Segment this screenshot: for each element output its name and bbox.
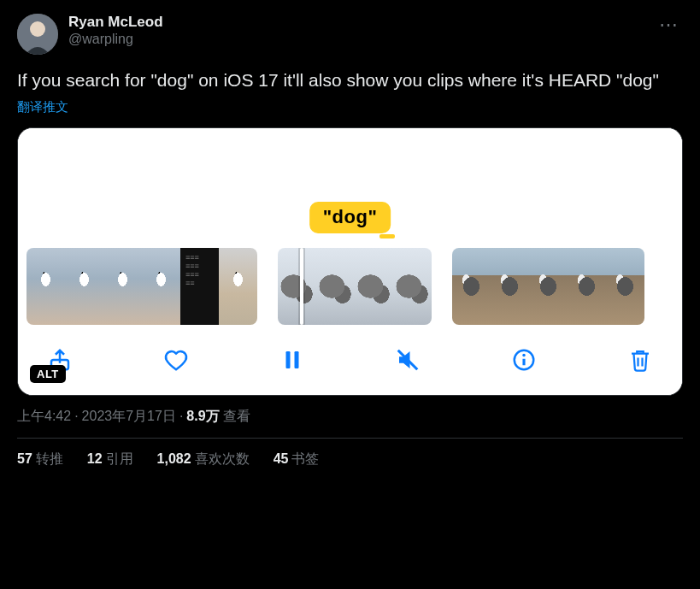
- clip-thumbnail: [26, 248, 65, 325]
- clip-thumbnail: [142, 248, 180, 325]
- clip-thumbnail: [65, 248, 103, 325]
- clip-thumbnail: [355, 248, 393, 325]
- playhead-tick: [379, 234, 395, 239]
- user-handle: @warpling: [68, 31, 645, 47]
- clip-thumbnail: [180, 248, 219, 325]
- clip-group-2[interactable]: [278, 248, 432, 325]
- clip-thumbnail: [103, 248, 142, 325]
- clip-thumbnail: [278, 248, 316, 325]
- tweet-date[interactable]: 2023年7月17日: [82, 409, 176, 423]
- tweet-time[interactable]: 上午4:42: [17, 409, 71, 423]
- svg-rect-4: [294, 351, 298, 368]
- mute-icon[interactable]: [391, 344, 424, 376]
- clip-group-3[interactable]: [452, 248, 644, 325]
- tweet-header: Ryan McLeod @warpling ⋯: [17, 14, 683, 55]
- display-name: Ryan McLeod: [68, 14, 645, 31]
- tweet-text: If you search for "dog" on iOS 17 it'll …: [17, 68, 683, 92]
- stat-likes[interactable]: 1,082喜欢次数: [157, 451, 250, 468]
- info-icon[interactable]: [508, 344, 540, 376]
- tweet-container: Ryan McLeod @warpling ⋯ If you search fo…: [0, 0, 700, 477]
- clip-thumbnail: [316, 248, 355, 325]
- clip-thumbnail: [452, 248, 491, 325]
- media-toolbar: [18, 335, 682, 395]
- clip-thumbnail: [529, 248, 568, 325]
- clip-group-1[interactable]: [26, 248, 257, 325]
- svg-point-8: [522, 354, 526, 357]
- view-count: 8.9万: [186, 409, 219, 423]
- alt-badge[interactable]: ALT: [30, 365, 66, 383]
- media-attachment[interactable]: "dog": [17, 127, 683, 396]
- trash-icon[interactable]: [624, 344, 656, 376]
- playhead-indicator[interactable]: [300, 248, 303, 325]
- author-block[interactable]: Ryan McLeod @warpling: [68, 14, 645, 48]
- clip-thumbnail: [491, 248, 529, 325]
- views-label: 查看: [223, 409, 250, 423]
- stat-retweets[interactable]: 57转推: [17, 451, 63, 468]
- clip-thumbnail: [219, 248, 257, 325]
- tweet-meta: 上午4:42·2023年7月17日·8.9万 查看: [17, 408, 683, 426]
- clip-thumbnail: [393, 248, 432, 325]
- clip-thumbnail: [568, 248, 606, 325]
- search-term-chip: "dog": [309, 202, 391, 233]
- stat-bookmarks[interactable]: 45书签: [274, 451, 320, 468]
- svg-point-1: [30, 21, 45, 37]
- avatar[interactable]: [17, 14, 58, 55]
- clip-thumbnail: [606, 248, 644, 325]
- tweet-stats: 57转推 12引用 1,082喜欢次数 45书签: [17, 439, 683, 468]
- more-options-button[interactable]: ⋯: [656, 14, 683, 36]
- translate-link[interactable]: 翻译推文: [17, 99, 68, 115]
- media-whitespace: [18, 128, 682, 209]
- svg-rect-3: [285, 351, 290, 368]
- pause-icon[interactable]: [276, 344, 309, 376]
- heart-icon[interactable]: [160, 344, 192, 376]
- stat-quotes[interactable]: 12引用: [87, 451, 133, 468]
